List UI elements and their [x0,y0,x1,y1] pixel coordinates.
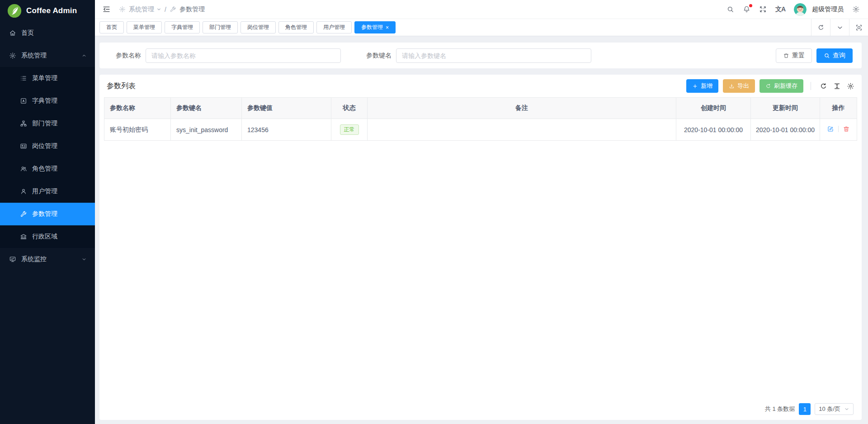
cell-updated: 2020-10-01 00:00:00 [751,119,820,141]
topbar-actions: 文A 超级管理员 [726,3,860,16]
sidebar-item-dept-mgmt[interactable]: 部门管理 [0,112,95,135]
param-key-input[interactable] [396,48,591,63]
sidebar-item-region[interactable]: 行政区域 [0,225,95,248]
tab-param-mgmt[interactable]: 参数管理× [354,21,396,33]
edit-icon[interactable] [827,125,834,133]
refresh-table-icon[interactable] [820,82,827,90]
refresh-icon[interactable] [811,19,830,36]
close-icon[interactable]: × [386,25,389,30]
trash-icon [783,52,789,59]
sidebar-item-label: 菜单管理 [32,74,57,82]
add-button-label: 新增 [701,82,712,90]
translate-icon[interactable]: 文A [775,5,785,14]
refresh-cache-button[interactable]: 刷新缓存 [760,79,803,93]
page-size-value: 10 条/页 [819,405,840,413]
cell-remark [368,119,676,141]
sidebar-item-label: 部门管理 [32,119,57,128]
sidebar-item-label: 系统监控 [21,255,47,263]
roles-icon [20,165,27,172]
user-icon [20,188,27,195]
tab-home[interactable]: 首页 [99,21,124,33]
breadcrumb-parent-label: 系统管理 [129,5,154,14]
tab-label: 字典管理 [171,24,193,31]
sidebar-submenu-system: 菜单管理 字典管理 部门管理 岗位管理 角色管理 [0,67,95,248]
col-param-name: 参数名称 [104,98,171,119]
reset-button-label: 重置 [792,52,805,60]
refresh-cache-button-label: 刷新缓存 [774,82,797,90]
chevron-down-icon [156,7,161,12]
table-row: 账号初始密码 sys_init_password 123456 正常 2020-… [104,119,857,141]
chevron-down-icon[interactable] [830,19,849,36]
collapse-sidebar-icon[interactable] [102,5,111,14]
dictionary-icon [20,97,27,105]
breadcrumb: 系统管理 / 参数管理 [119,5,205,14]
sidebar-item-dict-mgmt[interactable]: 字典管理 [0,90,95,112]
param-name-field: 参数名称 [108,48,341,63]
tab-label: 部门管理 [209,24,231,31]
sidebar-item-menu-mgmt[interactable]: 菜单管理 [0,67,95,90]
leaf-logo-icon [7,4,22,18]
fullscreen-icon[interactable] [759,5,767,13]
notification-badge [749,4,752,7]
toolbar-divider [811,82,811,90]
cell-param-key: sys_init_password [171,119,242,141]
pagination: 共 1 条数据 1 10 条/页 [765,403,854,415]
column-settings-gear-icon[interactable] [847,82,854,90]
col-actions: 操作 [820,98,857,119]
tab-label: 用户管理 [323,24,345,31]
sidebar-item-label: 参数管理 [32,210,57,218]
sidebar-item-label: 系统管理 [21,52,47,60]
col-created: 创建时间 [676,98,751,119]
wrench-icon [170,6,176,13]
settings-gear-icon[interactable] [852,5,860,13]
tab-dept-mgmt[interactable]: 部门管理 [203,21,238,33]
sidebar-item-post-mgmt[interactable]: 岗位管理 [0,135,95,157]
sidebar-item-param-mgmt[interactable]: 参数管理 [0,203,95,225]
breadcrumb-parent[interactable]: 系统管理 [129,5,161,14]
sidebar-item-system[interactable]: 系统管理 [0,44,95,67]
actions-divider [838,126,839,132]
reset-button[interactable]: 重置 [776,48,812,63]
page-content: 参数名称 参数键名 重置 查询 [95,36,868,424]
chevron-up-icon [81,53,87,58]
card-header: 参数列表 新增 导出 刷新缓存 [99,75,862,97]
monitor-icon [9,256,16,263]
col-param-value: 参数键值 [242,98,331,119]
page-1-button[interactable]: 1 [799,403,811,415]
param-name-input[interactable] [146,48,341,63]
gear-icon [119,6,126,13]
app-logo[interactable]: Coffee Admin [0,0,95,22]
tabs-controls [811,19,868,36]
export-button[interactable]: 导出 [723,79,755,93]
add-button[interactable]: 新增 [686,79,718,93]
sidebar-item-user-mgmt[interactable]: 用户管理 [0,180,95,203]
maximize-icon[interactable] [849,19,868,36]
table-header-row: 参数名称 参数键名 参数键值 状态 备注 创建时间 更新时间 操作 [104,98,857,119]
page-size-select[interactable]: 10 条/页 [815,403,854,415]
sidebar-item-monitor[interactable]: 系统监控 [0,248,95,271]
home-icon [9,29,16,37]
sidebar-item-role-mgmt[interactable]: 角色管理 [0,157,95,180]
tab-label: 首页 [106,24,117,31]
cell-param-value: 123456 [242,119,331,141]
pagination-total: 共 1 条数据 [765,405,795,413]
org-tree-icon [20,120,27,127]
sidebar-item-label: 行政区域 [32,233,57,241]
delete-icon[interactable] [843,125,850,133]
query-button[interactable]: 查询 [816,48,853,63]
tab-role-mgmt[interactable]: 角色管理 [278,21,314,33]
user-name[interactable]: 超级管理员 [812,5,844,14]
tab-label: 岗位管理 [247,24,269,31]
col-status: 状态 [331,98,368,119]
col-updated: 更新时间 [751,98,820,119]
tab-dict-mgmt[interactable]: 字典管理 [165,21,200,33]
id-card-icon [20,143,27,150]
tab-user-mgmt[interactable]: 用户管理 [316,21,352,33]
density-icon[interactable] [833,82,841,90]
sidebar-item-home[interactable]: 首页 [0,22,95,44]
tab-menu-mgmt[interactable]: 菜单管理 [127,21,162,33]
avatar[interactable] [794,3,807,16]
search-icon[interactable] [726,5,734,13]
tab-post-mgmt[interactable]: 岗位管理 [241,21,276,33]
bell-icon[interactable] [743,5,750,13]
